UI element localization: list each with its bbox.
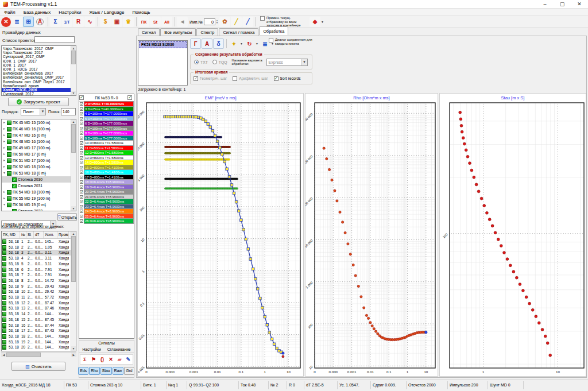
legend-item-checkbox[interactable] xyxy=(80,137,83,140)
sort-records-checkbox[interactable] xyxy=(274,76,278,81)
period-icon[interactable]: 1/T xyxy=(61,17,72,27)
tree-scrollbar[interactable]: ▲▼ xyxy=(71,119,76,211)
column-header-0[interactable]: ПК, MD xyxy=(2,231,20,238)
chevron-down-icon[interactable]: ▼ xyxy=(240,42,243,45)
legend-item-checkbox[interactable] xyxy=(80,117,83,121)
graph-yellow-icon[interactable]: ╱ xyxy=(231,17,242,27)
table-row[interactable]: 53, 1882...0.0...14.72Ханда. xyxy=(2,278,71,284)
legend-item-checkbox[interactable] xyxy=(80,156,83,160)
table-row[interactable]: 53, 18152...0.0...87.45Ханда. xyxy=(2,317,71,323)
project-item[interactable]: Чаро-Токкинская_2017 xyxy=(2,51,71,55)
table-row[interactable]: 53, 1842...0.0...3.11Ханда. xyxy=(2,255,71,261)
eraser-icon[interactable]: ▰ xyxy=(115,356,123,363)
project-item[interactable]: Сунтарский_2017 xyxy=(2,92,71,95)
geometric-step-checkbox[interactable] xyxy=(194,76,198,81)
table-row[interactable]: 53, 18202...0.0...144...Ханда. xyxy=(2,344,71,350)
tree-node[interactable]: ▾ПК 53 MD 18 {0 m} xyxy=(2,170,71,176)
save-dialog-checkbox[interactable]: Диалог сохранения для каждого пикета xyxy=(269,38,312,46)
table-row[interactable]: 53, 18122...0.0...87.47Ханда. xyxy=(2,300,71,306)
clear-button[interactable]: ▥ Очистить xyxy=(11,362,65,371)
tree-child-node[interactable]: ✓Стоянка 2031 xyxy=(2,183,71,189)
tab-сигнал-помеха[interactable]: Сигнал / помеха xyxy=(219,28,258,36)
impulse-spinner-arrows[interactable]: ▲▼ xyxy=(216,20,218,24)
legend-item[interactable]: 26 D=6.4mcs T=8.9600ms xyxy=(79,219,134,224)
column-header-5[interactable]: Прови xyxy=(57,231,69,238)
table-row[interactable]: 53, 18162...0.0...87.44Ханда. xyxy=(2,323,71,328)
tree-child-node[interactable]: ✓Стоянка 2030 xyxy=(2,176,71,183)
stau-chart-svg[interactable]: Stau [m x S]110100 xyxy=(440,94,586,376)
legend-item-checkbox[interactable] xyxy=(80,185,83,189)
refresh-icon[interactable]: ↻ xyxy=(244,38,255,49)
tree-expand-icon[interactable]: ▸ xyxy=(2,195,7,202)
tree-node[interactable]: ▸ПК 54 MD 18 {100 m} xyxy=(2,189,71,195)
spinner-down-icon[interactable]: ▼ xyxy=(216,22,218,24)
tree-node[interactable]: ▸ПК 52 MD 18 {100 m} xyxy=(2,164,71,170)
project-item[interactable]: Куюмбинский_архив xyxy=(2,84,71,88)
txt-radio[interactable] xyxy=(194,60,199,64)
table-header[interactable]: ПК, MD№StdTУсил.Прови xyxy=(2,231,71,239)
table-row[interactable]: 53, 18192...0.0...144...Ханда. xyxy=(2,339,71,345)
emf-chart-svg[interactable]: EMF [mcV x ms]00.0000.0010.010.1110100 0… xyxy=(138,94,303,376)
legend-item-checkbox[interactable] xyxy=(80,205,83,208)
trend-g-icon[interactable]: Г xyxy=(190,38,201,49)
arithmetic-step-checkbox[interactable] xyxy=(233,76,237,81)
archive-icon[interactable]: ▣ xyxy=(111,17,122,27)
legend-item-checkbox[interactable] xyxy=(80,151,83,154)
crown-icon[interactable]: ♛ xyxy=(123,17,134,27)
column-header-3[interactable]: dT xyxy=(34,231,44,238)
signal-button-eds[interactable]: Eds xyxy=(78,367,88,375)
pencil-icon[interactable]: ✎ xyxy=(124,356,132,363)
tree-expand-icon[interactable]: ▸ xyxy=(2,151,7,157)
search-icon[interactable]: A xyxy=(34,17,45,27)
menu-item-2[interactable]: Настройки xyxy=(55,9,85,16)
apply-rejection-checkbox[interactable]: Примен. текущ. отбраковку ко всем запися… xyxy=(260,16,307,28)
table-row[interactable]: 53, 1892...0.0...29.43Ханда. xyxy=(2,284,71,289)
signals-tab-Сглаживание[interactable]: Сглаживание xyxy=(107,346,131,353)
tree-expand-icon[interactable]: ▸ xyxy=(2,126,7,132)
legend-select-all2-checkbox[interactable] xyxy=(127,95,132,100)
legend-item-checkbox[interactable] xyxy=(80,102,83,106)
delete-database-icon[interactable]: ✕ xyxy=(1,17,11,27)
database-icon[interactable]: ≣ xyxy=(11,17,22,27)
tqq-radio[interactable] xyxy=(212,60,217,64)
legend-item-checkbox[interactable] xyxy=(80,122,83,125)
tab-обработка[interactable]: Обработка xyxy=(259,26,288,35)
tree-node[interactable]: ▸ПК 46 MD 16 {100 m} xyxy=(2,126,71,132)
export-cube-icon[interactable]: ◆ xyxy=(310,17,320,27)
legend-item-checkbox[interactable] xyxy=(80,210,83,213)
table-row[interactable]: 53, 18182...0.0...144...Ханда. xyxy=(2,334,71,339)
projects-scrollbar[interactable]: ▲▼ xyxy=(71,46,76,95)
project-item[interactable]: ЮУК_1_2017 xyxy=(2,63,71,67)
tab-все-импульсы[interactable]: Все импульсы xyxy=(160,28,196,36)
tree-expand-icon[interactable]: ▸ xyxy=(2,119,7,126)
emf-chart[interactable]: EMF [mcV x ms]00.0000.0010.010.1110100 0… xyxy=(137,93,304,377)
legend-item-checkbox[interactable] xyxy=(80,215,83,218)
tree-expand-icon[interactable]: ▸ xyxy=(2,132,7,138)
tree-node[interactable]: ▾ПК 56 MD 19 {0 m} xyxy=(2,202,71,208)
legend-item-checkbox[interactable] xyxy=(80,195,83,199)
tree-node[interactable]: ▸ПК 45 MD 15 {100 m} xyxy=(2,119,71,126)
close-button[interactable]: ✕ xyxy=(571,0,588,9)
table-row[interactable]: 53, 18102...0.0...29.42Ханда. xyxy=(2,289,71,295)
tree-expand-icon[interactable]: ▸ xyxy=(2,138,7,145)
record-item[interactable]: PK53 MD18 St2030 xyxy=(139,41,187,48)
column-header-2[interactable]: St xyxy=(26,231,34,238)
legend-item-checkbox[interactable] xyxy=(80,127,83,130)
project-item[interactable]: Вилюйская_синеклиза_2017 xyxy=(2,71,71,75)
tree-node[interactable]: ▸ПК 49 MD 17 {100 m} xyxy=(2,145,71,151)
project-item[interactable]: Вилюйская_синеклиза_ОМР_2017 xyxy=(2,75,71,79)
project-item[interactable]: Вилюйская_син_ОМР_Парт1_2017 xyxy=(2,80,71,84)
impulse-number-input[interactable]: 0 xyxy=(204,18,215,25)
filter-50hz-icon[interactable]: ∿ xyxy=(84,17,95,27)
tree-expand-icon[interactable]: ▾ xyxy=(2,170,7,176)
currency-icon[interactable]: $ xyxy=(100,17,111,27)
minimize-button[interactable]: – xyxy=(536,0,554,9)
legend-item-checkbox[interactable] xyxy=(80,112,83,115)
tree-node[interactable]: ▸ПК 48 MD 16 {100 m} xyxy=(2,138,71,145)
search-input[interactable]: 140 xyxy=(61,108,76,115)
projects-filter-input[interactable] xyxy=(34,36,75,43)
menu-item-4[interactable]: Помощь xyxy=(129,9,154,16)
rho-chart-svg[interactable]: Rho [Ohm*m x ms]00.0000.0010.010.111010 … xyxy=(305,94,438,376)
signals-tab-Настройки[interactable]: Настройки xyxy=(82,346,100,353)
tree-node[interactable]: ▸ПК 55 MD 19 {100 m} xyxy=(2,195,71,202)
